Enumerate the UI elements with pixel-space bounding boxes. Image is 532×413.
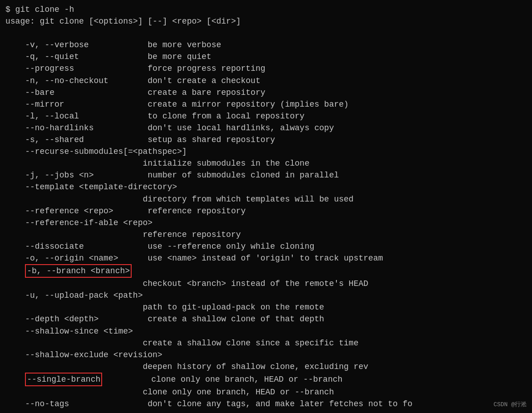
- opt-reference: --reference <repo> reference repository: [5, 205, 527, 217]
- opt-origin: -o, --origin <name> use <name> instead o…: [5, 252, 527, 264]
- opt-no-hardlinks: --no-hardlinks don't use local hardlinks…: [5, 122, 527, 134]
- opt-upload-pack: -u, --upload-pack <path>: [5, 290, 527, 301]
- watermark: CSDN @行淞: [493, 401, 527, 409]
- opt-local: -l, --local to clone from a local reposi…: [5, 110, 527, 122]
- opt-no-checkout: -n, --no-checkout don't create a checkou…: [5, 75, 527, 87]
- opt-shallow-exclude-desc: deepen history of shallow clone, excludi…: [5, 361, 527, 373]
- branch-highlight: -b, --branch <branch>: [25, 264, 132, 278]
- opt-shallow-since-desc: create a shallow clone since a specific …: [5, 337, 527, 349]
- opt-quiet: -q, --quiet be more quiet: [5, 51, 527, 63]
- opt-jobs: -j, --jobs <n> number of submodules clon…: [5, 169, 527, 181]
- opt-no-tags-cont: --no-tags don't clone any tags, and make…: [5, 398, 527, 410]
- opt-shallow-since: --shallow-since <time>: [5, 325, 527, 337]
- opt-recurse-submodules-desc: initialize submodules in the clone: [5, 157, 527, 169]
- terminal-window: $ git clone -h usage: git clone [<option…: [0, 0, 532, 413]
- opt-branch-line: -b, --branch <branch>: [5, 264, 527, 278]
- opt-reference-if-able: --reference-if-able <repo>: [5, 217, 527, 229]
- opt-mirror: --mirror create a mirror repository (imp…: [5, 98, 527, 110]
- opt-recurse-submodules: --recurse-submodules[=<pathspec>]: [5, 146, 527, 157]
- opt-branch-desc: checkout <branch> instead of the remote'…: [5, 278, 527, 290]
- usage-line: usage: git clone [<options>] [--] <repo>…: [5, 15, 527, 27]
- opt-template: --template <template-directory>: [5, 181, 527, 193]
- command-line: $ git clone -h: [5, 4, 527, 15]
- opt-verbose: -v, --verbose be more verbose: [5, 39, 527, 51]
- opt-template-desc: directory from which templates will be u…: [5, 193, 527, 205]
- opt-reference-if-able-desc: reference repository: [5, 229, 527, 241]
- opt-progress: --progress force progress reporting: [5, 63, 527, 74]
- opt-bare: --bare create a bare repository: [5, 87, 527, 98]
- opt-shallow-exclude: --shallow-exclude <revision>: [5, 349, 527, 361]
- opt-single-branch-line: --single-branch clone only one branch, H…: [5, 373, 527, 386]
- opt-upload-pack-desc: path to git-upload-pack on the remote: [5, 301, 527, 313]
- opt-shared: -s, --shared setup as shared repository: [5, 134, 527, 146]
- opt-no-tags: clone only one branch, HEAD or --branch: [5, 386, 527, 398]
- single-branch-highlight: --single-branch: [25, 373, 102, 386]
- blank-line-1: [5, 27, 527, 39]
- opt-dissociate: --dissociate use --reference only while …: [5, 241, 527, 252]
- opt-depth: --depth <depth> create a shallow clone o…: [5, 313, 527, 325]
